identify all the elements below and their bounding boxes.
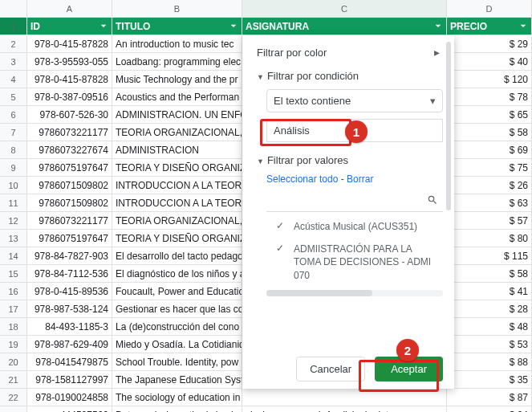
cell-title[interactable]: The Japanese Education Syst bbox=[112, 371, 242, 388]
cell-price[interactable]: $ 35 bbox=[447, 371, 532, 388]
header-id[interactable]: ID bbox=[27, 18, 112, 35]
cell-title[interactable]: Gestionar es hacer que las co bbox=[112, 300, 242, 317]
cell-price[interactable]: $ 115 bbox=[447, 247, 532, 264]
cell-subject[interactable] bbox=[242, 389, 447, 406]
row-number[interactable]: 6 bbox=[0, 106, 27, 123]
cell-id[interactable]: 9786075197647 bbox=[27, 159, 112, 176]
cell-price[interactable]: $ 88 bbox=[447, 353, 532, 370]
cell-title[interactable]: Loadbang: programming elec bbox=[112, 53, 242, 70]
cell-id[interactable]: 84-493-1185-3 bbox=[27, 318, 112, 335]
cell-subject[interactable]: sical oceanograph Analisis de datos ocea… bbox=[242, 406, 447, 412]
cell-price[interactable]: $ 58 bbox=[447, 265, 532, 282]
cell-id[interactable]: 978-0-415-87828 bbox=[27, 35, 112, 52]
cell-id[interactable]: 978-84-7112-536 bbox=[27, 265, 112, 282]
filter-by-color[interactable]: Filtrar por color ▸ bbox=[242, 40, 454, 64]
filter-by-values[interactable]: ▼Filtrar por valores bbox=[242, 149, 454, 172]
cell-id[interactable]: 978-607-526-30 bbox=[27, 106, 112, 123]
cell-id[interactable]: 978-84-7827-903 bbox=[27, 247, 112, 264]
row-number[interactable]: 5 bbox=[0, 88, 27, 105]
cell-price[interactable]: $ 87 bbox=[447, 389, 532, 406]
cell-title[interactable]: Foucault, Power and Educatio bbox=[112, 283, 242, 300]
cell-id[interactable]: 978-0-415-89536 bbox=[27, 283, 112, 300]
cell-title[interactable]: ADMINISTRACION. UN ENFOC bbox=[112, 106, 242, 123]
cell-id[interactable]: 978-0190024858 bbox=[27, 389, 112, 406]
cell-price[interactable]: $ 58 bbox=[447, 124, 532, 141]
cell-price[interactable]: $ 41 bbox=[447, 283, 532, 300]
cell-price[interactable]: $ 69 bbox=[447, 141, 532, 158]
filter-icon[interactable] bbox=[432, 19, 445, 32]
cell-price[interactable]: $ 53 bbox=[447, 336, 532, 353]
cell-price[interactable]: $ 28 bbox=[447, 300, 532, 317]
cell-price[interactable]: $ 80 bbox=[447, 230, 532, 247]
cell-title[interactable]: TEORIA Y DISEÑO ORGANIZA bbox=[112, 230, 242, 247]
cell-id[interactable]: 978-987-629-409 bbox=[27, 336, 112, 353]
cell-id[interactable]: 9786075197647 bbox=[27, 230, 112, 247]
row-number[interactable]: 18 bbox=[0, 318, 27, 335]
condition-value-input[interactable]: Análisis bbox=[266, 119, 443, 142]
cell-title[interactable]: Music Technology and the pr bbox=[112, 71, 242, 88]
cell-title[interactable]: El diagnóstico de los niños y a bbox=[112, 265, 242, 282]
horizontal-scrollbar[interactable] bbox=[266, 290, 443, 296]
cell-title[interactable]: TEORIA ORGANIZACIONAL, D bbox=[112, 212, 242, 229]
cancel-button[interactable]: Cancelar bbox=[296, 357, 365, 381]
col-header-a[interactable]: A bbox=[27, 0, 112, 17]
accept-button[interactable]: Aceptar bbox=[375, 357, 443, 381]
header-titulo[interactable]: TITULO bbox=[112, 18, 242, 35]
cell-title[interactable]: ADMINISTRACION bbox=[112, 141, 242, 158]
cell-price[interactable]: $ 57 bbox=[447, 212, 532, 229]
row-number[interactable]: 7 bbox=[0, 124, 27, 141]
row-number[interactable]: 1 bbox=[0, 18, 27, 35]
row-number[interactable]: 9 bbox=[0, 159, 27, 176]
row-number[interactable]: 16 bbox=[0, 283, 27, 300]
cell-price[interactable]: $ 78 bbox=[447, 88, 532, 105]
cell-id[interactable]: 9786073221177 bbox=[27, 124, 112, 141]
col-header-d[interactable]: D bbox=[447, 0, 532, 17]
vertical-scrollbar[interactable] bbox=[446, 42, 451, 299]
cell-price[interactable]: $ 120 bbox=[447, 71, 532, 88]
filter-icon[interactable] bbox=[227, 19, 240, 32]
row-number[interactable]: 4 bbox=[0, 71, 27, 88]
cell-id[interactable]: 444507566 bbox=[27, 406, 112, 412]
cell-price[interactable]: $ 63 bbox=[447, 194, 532, 211]
cell-title[interactable]: La (de)construcción del cono bbox=[112, 318, 242, 335]
cell-id[interactable]: 9786071509802 bbox=[27, 177, 112, 194]
value-item[interactable]: ✓Acústica Musical (ACUS351) bbox=[266, 215, 443, 238]
filter-icon[interactable] bbox=[517, 19, 530, 32]
row-number[interactable]: 21 bbox=[0, 371, 27, 388]
header-asignatura[interactable]: ASIGNATURA bbox=[242, 18, 447, 35]
cell-id[interactable]: 978-987-538-124 bbox=[27, 300, 112, 317]
row-number[interactable]: 20 bbox=[0, 353, 27, 370]
cell-title[interactable]: Data analysis methods in phy bbox=[112, 406, 242, 412]
cell-title[interactable]: INTRODUCCION A LA TEORIA bbox=[112, 177, 242, 194]
cell-title[interactable]: An introduction to music tec bbox=[112, 35, 242, 52]
cell-id[interactable]: 9786073227674 bbox=[27, 141, 112, 158]
cell-title[interactable]: School Trouble. Identity, pow bbox=[112, 353, 242, 370]
cell-id[interactable]: 978-1581127997 bbox=[27, 371, 112, 388]
row-number[interactable]: 23 bbox=[0, 406, 27, 412]
value-item[interactable]: ✓ADMIISTRACIÓN PARA LA TOMA DE DECISIONE… bbox=[266, 238, 443, 287]
cell-id[interactable]: 9786071509802 bbox=[27, 194, 112, 211]
cell-id[interactable]: 978-3-95593-055 bbox=[27, 53, 112, 70]
col-header-c[interactable]: C bbox=[242, 0, 447, 17]
cell-price[interactable]: $ 94 bbox=[447, 406, 532, 412]
row-number[interactable]: 12 bbox=[0, 212, 27, 229]
cell-price[interactable]: $ 26 bbox=[447, 177, 532, 194]
scrollbar-thumb[interactable] bbox=[266, 290, 372, 296]
col-header-b[interactable]: B bbox=[112, 0, 242, 17]
row-number[interactable]: 14 bbox=[0, 247, 27, 264]
condition-select[interactable]: El texto contiene ▾ bbox=[266, 89, 443, 112]
header-precio[interactable]: PRECIO bbox=[447, 18, 532, 35]
cell-title[interactable]: Miedo y Osadía. La Cotidianid bbox=[112, 336, 242, 353]
cell-title[interactable]: TEORIA Y DISEÑO ORGANIZA bbox=[112, 159, 242, 176]
row-number[interactable]: 19 bbox=[0, 336, 27, 353]
row-number[interactable]: 2 bbox=[0, 35, 27, 52]
row-number[interactable]: 10 bbox=[0, 177, 27, 194]
cell-id[interactable]: 978-0-387-09516 bbox=[27, 88, 112, 105]
row-number[interactable]: 13 bbox=[0, 230, 27, 247]
scrollbar-thumb[interactable] bbox=[446, 42, 451, 210]
filter-by-condition[interactable]: ▼Filtrar por condición bbox=[242, 64, 454, 88]
cell-id[interactable]: 9786073221177 bbox=[27, 212, 112, 229]
cell-id[interactable]: 978-0415479875 bbox=[27, 353, 112, 370]
row-number[interactable]: 17 bbox=[0, 300, 27, 317]
cell-id[interactable]: 978-0-415-87828 bbox=[27, 71, 112, 88]
